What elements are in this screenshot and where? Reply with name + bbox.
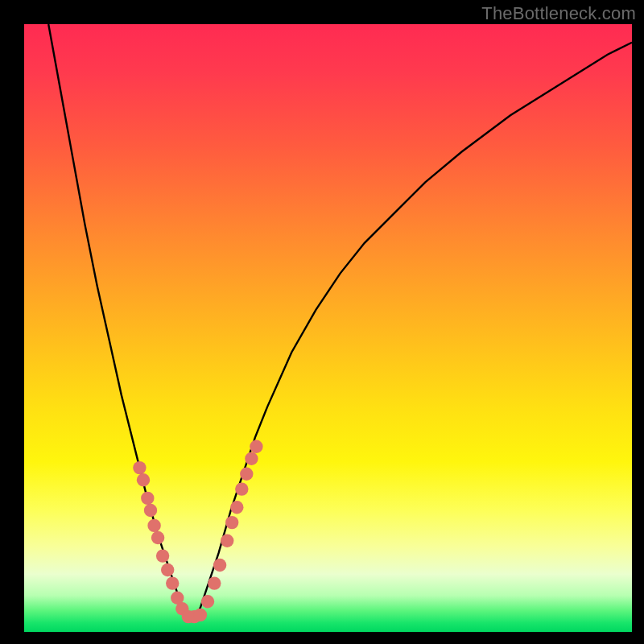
data-marker xyxy=(156,549,169,562)
data-marker xyxy=(213,559,226,572)
data-marker xyxy=(161,564,174,576)
data-marker xyxy=(235,482,248,495)
data-marker xyxy=(141,492,154,505)
plot-area xyxy=(24,24,632,632)
data-marker xyxy=(250,440,262,453)
data-marker xyxy=(133,461,146,474)
data-marker xyxy=(194,609,207,621)
data-marker xyxy=(137,473,150,486)
data-marker xyxy=(151,531,164,544)
data-marker xyxy=(201,595,214,608)
data-marker xyxy=(245,452,258,465)
data-marker xyxy=(144,504,157,517)
data-marker xyxy=(221,535,233,547)
watermark-text: TheBottleneck.com xyxy=(481,3,636,24)
data-marker xyxy=(230,501,243,514)
chart-frame: TheBottleneck.com xyxy=(0,0,644,644)
data-marker xyxy=(225,516,238,529)
data-marker xyxy=(147,519,160,532)
data-marker xyxy=(166,576,179,589)
bottleneck-chart xyxy=(0,0,644,644)
data-marker xyxy=(240,468,253,481)
data-marker xyxy=(208,576,221,589)
